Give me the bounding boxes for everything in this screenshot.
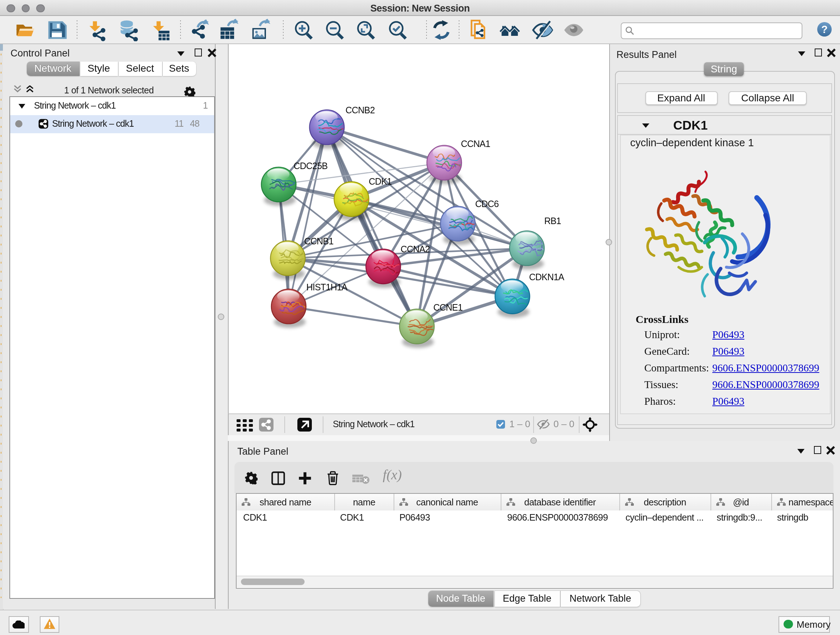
svg-text:RB1: RB1 [544, 216, 561, 226]
svg-text:CCNB1: CCNB1 [304, 236, 333, 246]
svg-text:CCNB2: CCNB2 [346, 105, 375, 115]
svg-text:CDC25B: CDC25B [294, 161, 328, 171]
svg-text:HIST1H1A: HIST1H1A [306, 282, 347, 292]
svg-text:CDKN1A: CDKN1A [529, 272, 565, 282]
svg-text:CCNA1: CCNA1 [461, 139, 490, 149]
svg-text:CCNE1: CCNE1 [433, 302, 463, 312]
svg-text:?: ? [821, 24, 828, 35]
svg-text:CDC6: CDC6 [475, 199, 499, 209]
svg-text:CCNA2: CCNA2 [401, 244, 430, 254]
svg-text:CDK1: CDK1 [369, 176, 392, 187]
